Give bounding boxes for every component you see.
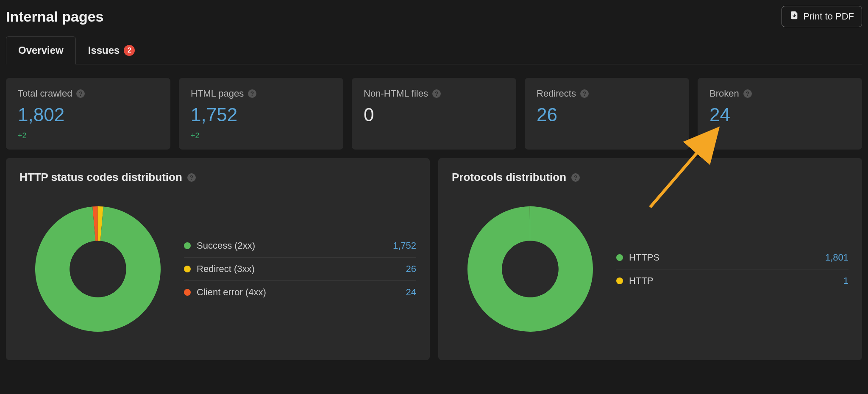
legend-value: 1,801: [825, 252, 849, 263]
stat-html-pages[interactable]: HTML pages ? 1,752 +2: [179, 78, 343, 150]
panel-protocols: Protocols distribution ? HTTPS 1,801: [438, 158, 862, 360]
issues-count-badge: 2: [124, 45, 135, 56]
http-status-donut-chart[interactable]: [19, 191, 176, 347]
print-to-pdf-label: Print to PDF: [803, 11, 854, 22]
stat-value: 24: [709, 104, 850, 125]
swatch-icon: [616, 254, 623, 261]
help-icon[interactable]: ?: [76, 89, 85, 98]
stat-delta: +2: [191, 131, 331, 140]
legend-row-https[interactable]: HTTPS 1,801: [616, 246, 849, 269]
stat-redirects[interactable]: Redirects ? 26: [525, 78, 689, 150]
swatch-icon: [616, 277, 623, 284]
legend-label: HTTPS: [629, 252, 659, 263]
legend-value: 26: [406, 264, 416, 275]
stat-label: Redirects: [537, 88, 576, 99]
stat-value: 1,752: [191, 104, 331, 125]
stat-value: 0: [364, 104, 504, 125]
swatch-icon: [184, 266, 191, 272]
protocols-legend: HTTPS 1,801 HTTP 1: [616, 246, 849, 292]
help-icon[interactable]: ?: [580, 89, 589, 98]
http-status-legend: Success (2xx) 1,752 Redirect (3xx) 26: [184, 234, 416, 304]
legend-row-success[interactable]: Success (2xx) 1,752: [184, 234, 416, 258]
print-to-pdf-button[interactable]: Print to PDF: [782, 6, 862, 27]
stat-label: Non-HTML files: [364, 88, 428, 99]
protocols-donut-chart[interactable]: [452, 191, 609, 347]
stat-total-crawled[interactable]: Total crawled ? 1,802 +2: [6, 78, 170, 150]
stat-label: Total crawled: [18, 88, 72, 99]
stat-delta: +2: [18, 131, 159, 140]
legend-row-client-error[interactable]: Client error (4xx) 24: [184, 281, 416, 304]
stat-value: 26: [537, 104, 677, 125]
panel-http-status: HTTP status codes distribution ? Success…: [6, 158, 430, 360]
svg-point-2: [502, 241, 558, 297]
panel-title: Protocols distribution: [452, 171, 566, 184]
legend-value: 1: [843, 275, 849, 286]
legend-row-redirect[interactable]: Redirect (3xx) 26: [184, 258, 416, 281]
help-icon[interactable]: ?: [743, 89, 752, 98]
legend-row-http[interactable]: HTTP 1: [616, 269, 849, 292]
legend-label: Client error (4xx): [197, 287, 266, 298]
tab-overview[interactable]: Overview: [6, 36, 76, 64]
tabs: Overview Issues 2: [6, 36, 862, 64]
swatch-icon: [184, 242, 191, 249]
page-title: Internal pages: [6, 8, 104, 25]
legend-value: 1,752: [393, 240, 416, 251]
legend-label: Success (2xx): [197, 240, 255, 251]
stat-broken[interactable]: Broken ? 24: [698, 78, 862, 150]
stat-label: Broken: [709, 88, 739, 99]
help-icon[interactable]: ?: [432, 89, 441, 98]
help-icon[interactable]: ?: [187, 173, 196, 182]
stat-value: 1,802: [18, 104, 159, 125]
help-icon[interactable]: ?: [248, 89, 256, 98]
tab-issues-label: Issues: [88, 44, 120, 56]
help-icon[interactable]: ?: [571, 173, 580, 182]
panel-title: HTTP status codes distribution: [19, 171, 182, 184]
tab-issues[interactable]: Issues 2: [76, 36, 147, 64]
svg-point-1: [70, 241, 126, 297]
stat-non-html-files[interactable]: Non-HTML files ? 0: [352, 78, 516, 150]
download-icon: [790, 11, 799, 22]
legend-value: 24: [406, 287, 416, 298]
stat-label: HTML pages: [191, 88, 244, 99]
tab-overview-label: Overview: [18, 44, 64, 56]
legend-label: HTTP: [629, 275, 653, 286]
legend-label: Redirect (3xx): [197, 264, 255, 275]
swatch-icon: [184, 289, 191, 296]
